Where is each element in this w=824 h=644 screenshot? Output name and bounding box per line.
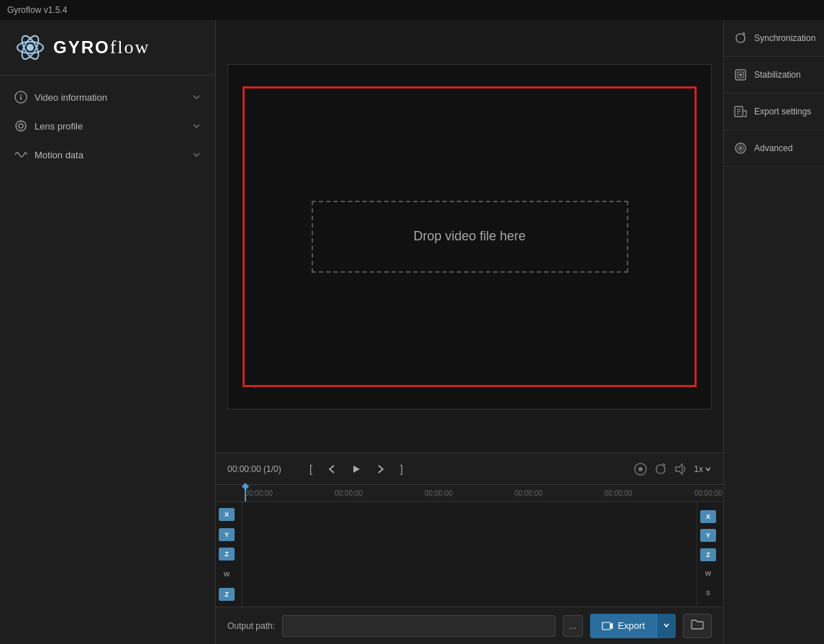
track-badge-x-right: X (700, 510, 716, 523)
right-item-stabilization[interactable]: Stabilization (724, 57, 824, 94)
mark-out-button[interactable]: ] (396, 461, 407, 478)
svg-point-22 (739, 147, 742, 150)
svg-point-0 (27, 44, 34, 51)
folder-icon (691, 619, 704, 630)
app-title: Gyroflow v1.5.4 (7, 5, 67, 15)
volume-icon[interactable] (674, 462, 688, 476)
output-path-input[interactable] (282, 615, 556, 637)
open-folder-button[interactable] (683, 614, 712, 638)
ruler-mark-1: 00:00:00 (335, 489, 363, 497)
lens-icon (14, 119, 27, 132)
track-labels-right: X Y Z W S (697, 502, 723, 607)
center-area: Drop video file here 00:00:00 (1/0) [ (216, 20, 723, 644)
track-badge-x-left: X (219, 508, 235, 521)
chevron-down-icon-lens (192, 122, 201, 130)
transport-right-controls: 1x (633, 462, 712, 476)
export-chevron-icon (663, 622, 670, 629)
ruler-mark-2: 00:00:00 (425, 489, 453, 497)
timeline-ruler: 00:00:00 00:00:00 00:00:00 00:00:00 00:0… (216, 485, 723, 502)
track-badge-z-right: Z (700, 548, 716, 561)
sidebar-item-motion-data[interactable]: Motion data (0, 140, 215, 169)
export-button-group: Export (590, 614, 676, 638)
svg-point-16 (739, 73, 742, 76)
sidebar-navigation: Video information Lens profile (0, 76, 215, 176)
track-labels-left: X Y Z W Z (216, 502, 242, 607)
svg-rect-13 (602, 622, 610, 630)
drop-video-text: Drop video file here (413, 229, 525, 244)
svg-marker-9 (353, 466, 360, 473)
right-item-synchronization[interactable]: Synchronization (724, 20, 824, 57)
advanced-icon (734, 142, 747, 155)
export-camera-icon (602, 620, 613, 632)
right-item-advanced-label: Advanced (754, 143, 792, 153)
ruler-mark-5: 00:00:00 (694, 489, 723, 497)
export-button-label: Export (617, 620, 645, 631)
info-icon (14, 91, 27, 104)
speed-chevron-icon (705, 466, 712, 473)
track-badge-z-left: Z (219, 548, 235, 561)
right-item-synchronization-label: Synchronization (754, 33, 815, 43)
speed-value: 1x (694, 464, 703, 474)
tracks-content (242, 502, 697, 607)
svg-point-5 (20, 94, 22, 96)
timeline-playhead (245, 485, 246, 502)
transport-bar: 00:00:00 (1/0) [ ] (216, 453, 723, 484)
timecode-display: 00:00:00 (1/0) (227, 464, 299, 474)
sidebar-item-video-information-label: Video information (35, 92, 107, 103)
sidebar-item-motion-data-label: Motion data (35, 150, 83, 160)
svg-point-11 (638, 467, 643, 471)
track-badge-s-right: S (700, 586, 716, 599)
svg-rect-6 (20, 96, 22, 100)
speed-dropdown[interactable]: 1x (694, 464, 712, 474)
play-button[interactable] (347, 461, 366, 477)
track-badge-z2-left: Z (219, 588, 235, 601)
right-item-advanced[interactable]: Advanced (724, 130, 824, 167)
mark-in-button[interactable]: [ (305, 461, 317, 478)
next-frame-icon (376, 464, 386, 474)
play-icon (351, 464, 361, 474)
export-dropdown-button[interactable] (656, 614, 676, 638)
next-frame-button[interactable] (371, 461, 390, 477)
output-path-label: Output path: (227, 621, 275, 631)
title-bar: Gyroflow v1.5.4 (0, 0, 824, 20)
sidebar-item-lens-profile-label: Lens profile (35, 121, 83, 132)
svg-point-8 (19, 124, 23, 128)
track-badge-w-right: W (700, 567, 716, 580)
right-item-export-settings-label: Export settings (754, 106, 811, 117)
track-badge-y-right: Y (700, 529, 716, 542)
chevron-down-icon-motion (192, 150, 201, 159)
track-badge-w-left: W (219, 568, 235, 581)
chevron-down-icon (192, 93, 201, 101)
sidebar-item-lens-profile[interactable]: Lens profile (0, 112, 215, 140)
output-path-browse-button[interactable]: ... (563, 615, 584, 637)
motion-icon (14, 148, 27, 161)
ruler-mark-3: 00:00:00 (515, 489, 543, 497)
sidebar-item-video-information[interactable]: Video information (0, 83, 215, 112)
export-settings-icon (734, 105, 747, 118)
timeline-tracks: X Y Z W Z X Y Z W S (216, 502, 723, 607)
svg-marker-12 (676, 464, 682, 474)
right-item-export-settings[interactable]: Export settings (724, 94, 824, 130)
prev-frame-icon (327, 464, 337, 474)
sync-icon (734, 32, 747, 45)
logo-area: GYROflow (0, 20, 215, 76)
bottom-bar: Output path: ... Export (216, 607, 723, 644)
video-drop-zone[interactable]: Drop video file here (312, 201, 628, 273)
stabilization-icon (734, 68, 747, 81)
gyroflow-logo-icon (14, 32, 46, 63)
right-item-stabilization-label: Stabilization (754, 70, 801, 80)
video-container[interactable]: Drop video file here (227, 64, 712, 409)
ruler-mark-4: 00:00:00 (605, 489, 633, 497)
prev-frame-button[interactable] (322, 461, 341, 477)
svg-point-7 (16, 121, 26, 131)
logo-text: GYROflow (53, 37, 150, 58)
stabilize-icon[interactable] (633, 462, 648, 476)
ruler-mark-0: 00:00:00 (245, 489, 273, 497)
left-sidebar: GYROflow Video information (0, 20, 216, 644)
timeline-area: 00:00:00 00:00:00 00:00:00 00:00:00 00:0… (216, 484, 723, 607)
loop-icon[interactable] (653, 462, 668, 476)
right-sidebar: Synchronization Stabilization Export set… (723, 20, 824, 644)
export-button[interactable]: Export (590, 614, 656, 638)
video-preview-area[interactable]: Drop video file here (216, 20, 723, 453)
track-badge-y-left: Y (219, 528, 235, 541)
